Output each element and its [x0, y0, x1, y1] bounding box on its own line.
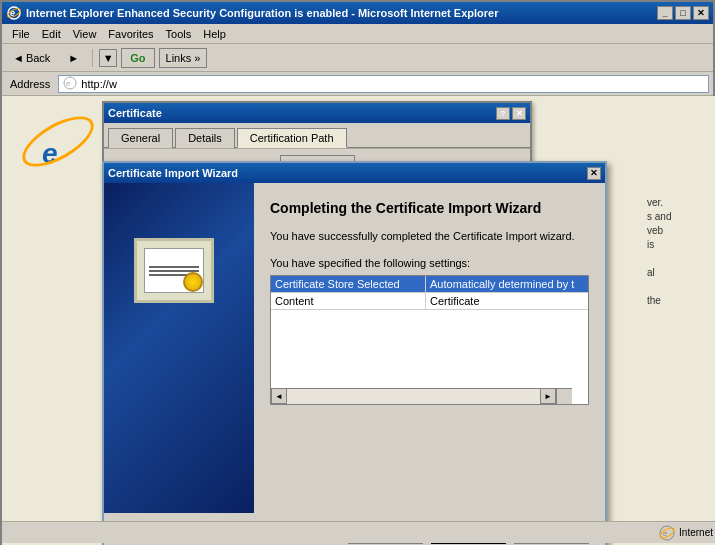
menu-help[interactable]: Help	[197, 26, 232, 42]
internet-icon: e	[659, 525, 675, 541]
address-value: http://w	[81, 78, 116, 90]
wizard-dialog: Certificate Import Wizard ✕	[102, 161, 607, 545]
statusbar: e Internet	[2, 521, 715, 543]
address-input[interactable]: e http://w	[58, 75, 709, 93]
browser-title: Internet Explorer Enhanced Security Conf…	[26, 7, 657, 19]
table-scrollbar: ◄ ►	[271, 388, 572, 404]
wizard-desc2: You have specified the following setting…	[270, 257, 589, 269]
back-button[interactable]: ◄ Back	[6, 47, 57, 69]
wizard-background	[104, 183, 254, 513]
right-text-line3: veb	[647, 224, 707, 238]
toolbar: ◄ Back ► ▼ Go Links »	[2, 44, 713, 72]
menu-tools[interactable]: Tools	[160, 26, 198, 42]
maximize-button[interactable]: □	[675, 6, 691, 20]
menu-file[interactable]: File	[6, 26, 36, 42]
cert-close-button[interactable]: ✕	[512, 107, 526, 120]
table-cell-content: Content	[271, 293, 426, 309]
address-icon: e	[63, 76, 77, 92]
right-text-line2: s and	[647, 210, 707, 224]
svg-text:e: e	[66, 79, 71, 88]
close-button[interactable]: ✕	[693, 6, 709, 20]
wizard-title: Certificate Import Wizard	[108, 167, 587, 179]
wizard-left-panel	[104, 183, 254, 513]
settings-table-inner: Certificate Store Selected Automatically…	[271, 276, 588, 310]
wizard-titlebar: Certificate Import Wizard ✕	[104, 163, 605, 183]
cert-line-1	[149, 266, 199, 268]
browser-icon: e	[6, 5, 22, 21]
right-text-line6: the	[647, 294, 707, 308]
browser-window: e Internet Explorer Enhanced Security Co…	[0, 0, 715, 545]
right-text-line1: ver.	[647, 196, 707, 210]
menu-favorites[interactable]: Favorites	[102, 26, 159, 42]
forward-button[interactable]: ►	[61, 47, 86, 69]
titlebar-buttons: _ □ ✕	[657, 6, 709, 20]
back-icon: ◄	[13, 52, 24, 64]
addressbar: Address e http://w	[2, 72, 713, 96]
cert-seal	[183, 272, 203, 292]
content-area: e ver. s and veb is al the Certificate ?…	[2, 96, 715, 545]
wizard-desc1: You have successfully completed the Cert…	[270, 229, 589, 244]
tab-general[interactable]: General	[108, 128, 173, 148]
table-cell-content-val: Certificate	[426, 293, 588, 309]
cert-image	[134, 238, 214, 303]
right-text-line5: al	[647, 266, 707, 280]
browser-titlebar: e Internet Explorer Enhanced Security Co…	[2, 2, 713, 24]
table-cell-store: Certificate Store Selected	[271, 276, 426, 292]
go-button[interactable]: Go	[121, 48, 154, 68]
cert-inner	[144, 248, 204, 293]
menu-view[interactable]: View	[67, 26, 103, 42]
table-cell-store-val: Automatically determined by t	[426, 276, 588, 292]
cert-titlebar: Certificate ? ✕	[104, 103, 530, 123]
cert-help-button[interactable]: ?	[496, 107, 510, 120]
tab-details[interactable]: Details	[175, 128, 235, 148]
menu-edit[interactable]: Edit	[36, 26, 67, 42]
cert-dialog-title: Certificate	[108, 107, 496, 119]
scrollbar-left-button[interactable]: ◄	[271, 388, 287, 404]
address-label: Address	[6, 78, 54, 90]
status-zone: e Internet	[659, 525, 713, 541]
forward-icon: ►	[68, 52, 79, 64]
tab-certification-path[interactable]: Certification Path	[237, 128, 347, 148]
back-label: Back	[26, 52, 50, 64]
wizard-right-panel: Completing the Certificate Import Wizard…	[254, 183, 605, 513]
wizard-body: Completing the Certificate Import Wizard…	[104, 183, 605, 513]
scrollbar-right-side	[556, 389, 572, 404]
wizard-close-button[interactable]: ✕	[587, 167, 601, 180]
zone-label: Internet	[679, 527, 713, 538]
toolbar-separator	[92, 49, 93, 67]
menubar: File Edit View Favorites Tools Help	[2, 24, 713, 44]
scrollbar-right-button[interactable]: ►	[540, 388, 556, 404]
settings-table: Certificate Store Selected Automatically…	[270, 275, 589, 405]
table-row[interactable]: Content Certificate	[271, 293, 588, 310]
right-side-text: ver. s and veb is al the	[647, 196, 707, 308]
cert-tabs: General Details Certification Path	[104, 123, 530, 148]
links-button[interactable]: Links »	[159, 48, 208, 68]
right-text-line4: is	[647, 238, 707, 252]
wizard-heading: Completing the Certificate Import Wizard	[270, 199, 589, 217]
scrollbar-track[interactable]	[287, 389, 540, 404]
ie-orbit	[15, 106, 102, 176]
table-row[interactable]: Certificate Store Selected Automatically…	[271, 276, 588, 293]
cert-titlebar-buttons: ? ✕	[496, 107, 526, 120]
nav-dropdown[interactable]: ▼	[99, 49, 117, 67]
minimize-button[interactable]: _	[657, 6, 673, 20]
